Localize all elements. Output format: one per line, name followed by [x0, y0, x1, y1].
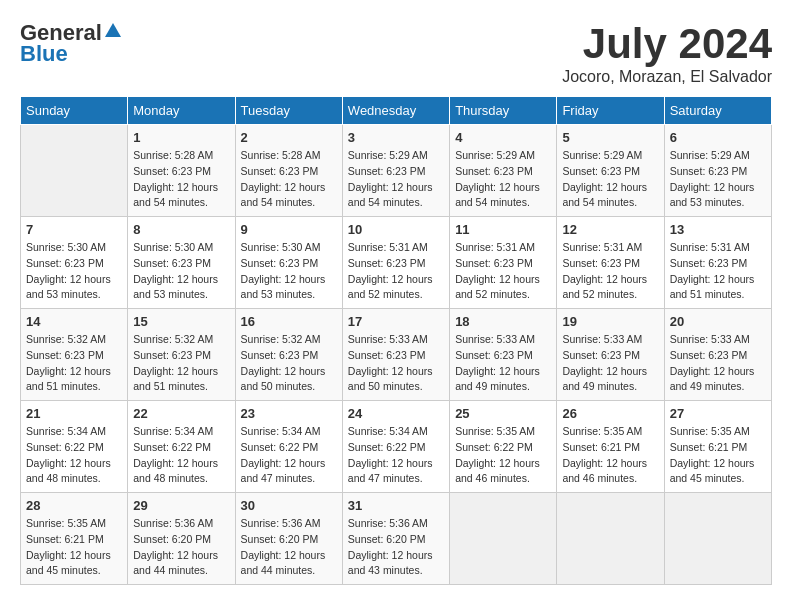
day-info: Sunrise: 5:34 AMSunset: 6:22 PMDaylight:… — [26, 424, 122, 487]
day-number: 5 — [562, 130, 658, 145]
day-info: Sunrise: 5:34 AMSunset: 6:22 PMDaylight:… — [348, 424, 444, 487]
calendar-day-cell: 10Sunrise: 5:31 AMSunset: 6:23 PMDayligh… — [342, 217, 449, 309]
calendar-day-cell: 23Sunrise: 5:34 AMSunset: 6:22 PMDayligh… — [235, 401, 342, 493]
day-number: 18 — [455, 314, 551, 329]
location-title: Jocoro, Morazan, El Salvador — [562, 68, 772, 86]
calendar-day-cell: 6Sunrise: 5:29 AMSunset: 6:23 PMDaylight… — [664, 125, 771, 217]
calendar-day-cell: 11Sunrise: 5:31 AMSunset: 6:23 PMDayligh… — [450, 217, 557, 309]
day-info: Sunrise: 5:29 AMSunset: 6:23 PMDaylight:… — [348, 148, 444, 211]
day-number: 17 — [348, 314, 444, 329]
day-number: 25 — [455, 406, 551, 421]
day-number: 9 — [241, 222, 337, 237]
calendar-day-cell: 8Sunrise: 5:30 AMSunset: 6:23 PMDaylight… — [128, 217, 235, 309]
day-info: Sunrise: 5:33 AMSunset: 6:23 PMDaylight:… — [670, 332, 766, 395]
day-info: Sunrise: 5:33 AMSunset: 6:23 PMDaylight:… — [562, 332, 658, 395]
weekday-header-cell: Monday — [128, 97, 235, 125]
logo-arrow-icon — [104, 21, 122, 43]
day-info: Sunrise: 5:34 AMSunset: 6:22 PMDaylight:… — [133, 424, 229, 487]
calendar-week-row: 7Sunrise: 5:30 AMSunset: 6:23 PMDaylight… — [21, 217, 772, 309]
day-info: Sunrise: 5:29 AMSunset: 6:23 PMDaylight:… — [670, 148, 766, 211]
calendar-day-cell — [21, 125, 128, 217]
day-number: 19 — [562, 314, 658, 329]
day-info: Sunrise: 5:32 AMSunset: 6:23 PMDaylight:… — [133, 332, 229, 395]
day-info: Sunrise: 5:32 AMSunset: 6:23 PMDaylight:… — [241, 332, 337, 395]
calendar-week-row: 14Sunrise: 5:32 AMSunset: 6:23 PMDayligh… — [21, 309, 772, 401]
calendar-day-cell: 26Sunrise: 5:35 AMSunset: 6:21 PMDayligh… — [557, 401, 664, 493]
day-number: 29 — [133, 498, 229, 513]
day-number: 13 — [670, 222, 766, 237]
weekday-header-cell: Friday — [557, 97, 664, 125]
day-number: 21 — [26, 406, 122, 421]
day-number: 3 — [348, 130, 444, 145]
calendar-day-cell: 17Sunrise: 5:33 AMSunset: 6:23 PMDayligh… — [342, 309, 449, 401]
day-number: 31 — [348, 498, 444, 513]
day-info: Sunrise: 5:31 AMSunset: 6:23 PMDaylight:… — [348, 240, 444, 303]
day-number: 1 — [133, 130, 229, 145]
calendar-day-cell: 14Sunrise: 5:32 AMSunset: 6:23 PMDayligh… — [21, 309, 128, 401]
day-number: 10 — [348, 222, 444, 237]
day-info: Sunrise: 5:32 AMSunset: 6:23 PMDaylight:… — [26, 332, 122, 395]
calendar-day-cell: 1Sunrise: 5:28 AMSunset: 6:23 PMDaylight… — [128, 125, 235, 217]
calendar-day-cell: 30Sunrise: 5:36 AMSunset: 6:20 PMDayligh… — [235, 493, 342, 585]
weekday-header-cell: Thursday — [450, 97, 557, 125]
day-info: Sunrise: 5:31 AMSunset: 6:23 PMDaylight:… — [455, 240, 551, 303]
day-number: 26 — [562, 406, 658, 421]
day-info: Sunrise: 5:29 AMSunset: 6:23 PMDaylight:… — [455, 148, 551, 211]
day-number: 28 — [26, 498, 122, 513]
calendar-day-cell: 13Sunrise: 5:31 AMSunset: 6:23 PMDayligh… — [664, 217, 771, 309]
day-info: Sunrise: 5:30 AMSunset: 6:23 PMDaylight:… — [133, 240, 229, 303]
calendar-day-cell: 29Sunrise: 5:36 AMSunset: 6:20 PMDayligh… — [128, 493, 235, 585]
calendar-body: 1Sunrise: 5:28 AMSunset: 6:23 PMDaylight… — [21, 125, 772, 585]
day-number: 15 — [133, 314, 229, 329]
day-number: 12 — [562, 222, 658, 237]
day-info: Sunrise: 5:28 AMSunset: 6:23 PMDaylight:… — [241, 148, 337, 211]
day-info: Sunrise: 5:36 AMSunset: 6:20 PMDaylight:… — [133, 516, 229, 579]
day-number: 20 — [670, 314, 766, 329]
day-number: 8 — [133, 222, 229, 237]
calendar-day-cell: 2Sunrise: 5:28 AMSunset: 6:23 PMDaylight… — [235, 125, 342, 217]
day-info: Sunrise: 5:33 AMSunset: 6:23 PMDaylight:… — [348, 332, 444, 395]
day-info: Sunrise: 5:33 AMSunset: 6:23 PMDaylight:… — [455, 332, 551, 395]
day-info: Sunrise: 5:31 AMSunset: 6:23 PMDaylight:… — [670, 240, 766, 303]
weekday-header-row: SundayMondayTuesdayWednesdayThursdayFrid… — [21, 97, 772, 125]
day-number: 24 — [348, 406, 444, 421]
calendar-week-row: 21Sunrise: 5:34 AMSunset: 6:22 PMDayligh… — [21, 401, 772, 493]
calendar-day-cell: 28Sunrise: 5:35 AMSunset: 6:21 PMDayligh… — [21, 493, 128, 585]
weekday-header-cell: Wednesday — [342, 97, 449, 125]
day-number: 14 — [26, 314, 122, 329]
day-info: Sunrise: 5:35 AMSunset: 6:21 PMDaylight:… — [562, 424, 658, 487]
calendar-table: SundayMondayTuesdayWednesdayThursdayFrid… — [20, 96, 772, 585]
day-number: 27 — [670, 406, 766, 421]
day-info: Sunrise: 5:35 AMSunset: 6:21 PMDaylight:… — [26, 516, 122, 579]
calendar-day-cell: 27Sunrise: 5:35 AMSunset: 6:21 PMDayligh… — [664, 401, 771, 493]
calendar-week-row: 1Sunrise: 5:28 AMSunset: 6:23 PMDaylight… — [21, 125, 772, 217]
svg-marker-0 — [105, 23, 121, 37]
month-title: July 2024 — [562, 20, 772, 68]
calendar-day-cell: 22Sunrise: 5:34 AMSunset: 6:22 PMDayligh… — [128, 401, 235, 493]
weekday-header-cell: Saturday — [664, 97, 771, 125]
calendar-day-cell — [450, 493, 557, 585]
day-number: 11 — [455, 222, 551, 237]
title-area: July 2024 Jocoro, Morazan, El Salvador — [562, 20, 772, 86]
calendar-day-cell: 18Sunrise: 5:33 AMSunset: 6:23 PMDayligh… — [450, 309, 557, 401]
day-info: Sunrise: 5:31 AMSunset: 6:23 PMDaylight:… — [562, 240, 658, 303]
logo-blue-text: Blue — [20, 41, 68, 67]
calendar-day-cell: 7Sunrise: 5:30 AMSunset: 6:23 PMDaylight… — [21, 217, 128, 309]
day-info: Sunrise: 5:28 AMSunset: 6:23 PMDaylight:… — [133, 148, 229, 211]
day-number: 23 — [241, 406, 337, 421]
day-info: Sunrise: 5:30 AMSunset: 6:23 PMDaylight:… — [241, 240, 337, 303]
calendar-day-cell: 5Sunrise: 5:29 AMSunset: 6:23 PMDaylight… — [557, 125, 664, 217]
calendar-day-cell: 19Sunrise: 5:33 AMSunset: 6:23 PMDayligh… — [557, 309, 664, 401]
calendar-day-cell: 25Sunrise: 5:35 AMSunset: 6:22 PMDayligh… — [450, 401, 557, 493]
calendar-day-cell: 4Sunrise: 5:29 AMSunset: 6:23 PMDaylight… — [450, 125, 557, 217]
calendar-day-cell: 12Sunrise: 5:31 AMSunset: 6:23 PMDayligh… — [557, 217, 664, 309]
logo: General Blue — [20, 20, 122, 67]
weekday-header-cell: Sunday — [21, 97, 128, 125]
day-number: 16 — [241, 314, 337, 329]
day-number: 7 — [26, 222, 122, 237]
calendar-day-cell: 20Sunrise: 5:33 AMSunset: 6:23 PMDayligh… — [664, 309, 771, 401]
day-info: Sunrise: 5:36 AMSunset: 6:20 PMDaylight:… — [348, 516, 444, 579]
calendar-day-cell: 24Sunrise: 5:34 AMSunset: 6:22 PMDayligh… — [342, 401, 449, 493]
weekday-header-cell: Tuesday — [235, 97, 342, 125]
day-number: 30 — [241, 498, 337, 513]
